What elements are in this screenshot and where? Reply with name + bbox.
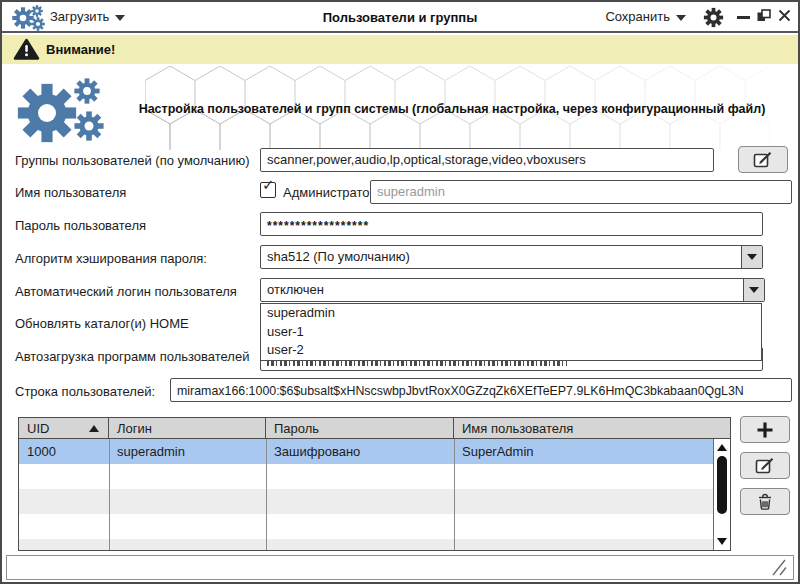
warning-text: Внимание! xyxy=(46,42,115,57)
table-row-empty[interactable] xyxy=(19,464,713,489)
hash-select[interactable]: sha512 (По умолчанию) xyxy=(260,245,763,269)
groups-label: Группы пользователей (по умолчанию) xyxy=(15,153,250,168)
cell-name: SuperAdmin xyxy=(454,439,713,464)
close-button[interactable] xyxy=(778,9,791,22)
save-button[interactable]: Сохранить xyxy=(605,9,686,24)
table-header: UID Логин Пароль Имя пользователя xyxy=(19,418,730,439)
table-row-selected[interactable]: 1000 superadmin Зашифровано SuperAdmin xyxy=(19,439,713,464)
hash-label: Алгоритм хэширования пароля: xyxy=(15,251,207,266)
chevron-down-icon[interactable] xyxy=(743,279,764,301)
titlebar: Загрузить Пользователи и группы Сохранит… xyxy=(2,2,798,33)
cell-password: Зашифровано xyxy=(266,439,454,464)
autologin-option[interactable]: user-1 xyxy=(261,323,761,342)
autologin-select[interactable]: отключен xyxy=(260,278,765,302)
username-input[interactable]: superadmin xyxy=(370,180,792,204)
password-label: Пароль пользователя xyxy=(15,218,146,233)
column-header-password[interactable]: Пароль xyxy=(266,418,454,438)
autologin-select-value: отключен xyxy=(267,282,324,297)
column-header-name[interactable]: Имя пользователя xyxy=(454,418,730,438)
add-user-button[interactable] xyxy=(740,416,790,443)
sort-asc-icon xyxy=(89,425,99,432)
userline-input[interactable]: miramax166:1000:$6$ubsalt$xHNscswbpJbvtR… xyxy=(170,378,792,402)
table-row-empty[interactable] xyxy=(19,489,713,514)
scroll-down-icon[interactable] xyxy=(714,535,730,548)
scroll-up-icon[interactable] xyxy=(714,441,730,454)
header-caption: Настройка пользователей и групп системы … xyxy=(106,102,798,116)
admin-checkbox[interactable]: ✓ xyxy=(260,182,276,198)
warning-icon xyxy=(13,38,40,61)
warning-bar: Внимание! xyxy=(2,35,798,64)
groups-edit-button[interactable] xyxy=(738,146,788,173)
userline-label: Строка пользователей: xyxy=(15,384,155,399)
cell-uid: 1000 xyxy=(19,439,109,464)
chevron-down-icon[interactable] xyxy=(741,246,762,268)
autologin-dropdown-list: superadmin user-1 user-2 xyxy=(260,303,762,361)
settings-gear-icon[interactable] xyxy=(703,7,724,28)
app-window: Загрузить Пользователи и группы Сохранит… xyxy=(0,0,800,584)
groups-input[interactable]: scanner,power,audio,lp,optical,storage,v… xyxy=(260,148,714,172)
admin-checkbox-label: Администратор xyxy=(283,185,377,200)
clipped-text-fragment xyxy=(267,361,567,366)
users-table: UID Логин Пароль Имя пользователя 1000 s… xyxy=(18,417,731,551)
resize-grip[interactable] xyxy=(769,559,788,576)
maximize-button[interactable] xyxy=(757,9,771,22)
column-header-login[interactable]: Логин xyxy=(109,418,266,438)
edit-icon xyxy=(755,457,775,475)
autologin-label: Автоматический логин пользователя xyxy=(15,284,237,299)
edit-icon xyxy=(753,151,773,169)
hash-select-value: sha512 (По умолчанию) xyxy=(267,249,410,264)
table-row-empty[interactable] xyxy=(19,539,713,550)
table-row-empty[interactable] xyxy=(19,514,713,539)
checkmark-icon: ✓ xyxy=(262,176,275,194)
status-bar xyxy=(6,555,794,580)
autostart-label: Автозагрузка программ пользователей xyxy=(15,349,249,364)
autologin-option[interactable]: superadmin xyxy=(261,304,761,323)
home-label: Обновлять каталог(и) HOME xyxy=(15,316,189,331)
edit-user-button[interactable] xyxy=(740,452,790,479)
header-gears-icon xyxy=(14,78,108,144)
trash-icon xyxy=(757,493,773,511)
delete-user-button[interactable] xyxy=(740,488,790,515)
caret-down-icon xyxy=(676,15,686,21)
minimize-button[interactable] xyxy=(737,16,750,19)
autologin-option[interactable]: user-2 xyxy=(261,341,761,360)
table-scrollbar[interactable] xyxy=(713,439,730,550)
column-separator xyxy=(266,439,267,550)
cell-login: superadmin xyxy=(109,439,266,464)
plus-icon xyxy=(756,421,774,439)
table-body: 1000 superadmin Зашифровано SuperAdmin xyxy=(19,439,713,550)
column-separator xyxy=(454,439,455,550)
scrollbar-thumb[interactable] xyxy=(717,456,727,514)
column-separator xyxy=(109,439,110,550)
save-button-label: Сохранить xyxy=(605,9,670,24)
column-header-uid[interactable]: UID xyxy=(19,418,109,438)
username-label: Имя пользователя xyxy=(15,185,126,200)
password-input[interactable]: ****************** xyxy=(260,212,763,236)
